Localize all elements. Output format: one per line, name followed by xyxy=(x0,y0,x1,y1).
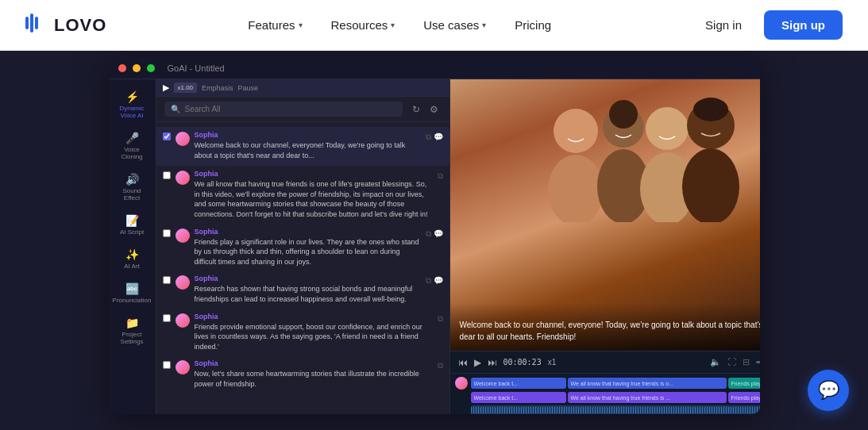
line-actions: ⧉ xyxy=(438,361,443,370)
svg-point-3 xyxy=(554,109,598,153)
chevron-down-icon: ▾ xyxy=(482,21,486,29)
line-actions: ⧉ 💬 xyxy=(426,229,443,239)
pause-button[interactable]: Pause xyxy=(238,84,259,92)
timeline-actions: 🔈 ⛶ ⊟ ✕ xyxy=(710,357,760,367)
nav-features[interactable]: Features ▾ xyxy=(237,12,313,38)
line-text: Research has shown that having strong so… xyxy=(195,284,421,304)
art-icon: ✨ xyxy=(125,248,139,261)
comment-icon[interactable]: 💬 xyxy=(434,132,443,142)
speed-badge[interactable]: x1.00 xyxy=(174,83,198,93)
timeline-forward-button[interactable]: ⏭ xyxy=(488,357,497,368)
script-lines: Sophia Welcome back to our channel, ever… xyxy=(156,122,449,414)
emphasis-button[interactable]: Emphasis xyxy=(202,84,233,92)
sidebar-item-cloning[interactable]: 🎤 Voice Cloning xyxy=(111,127,152,165)
chevron-down-icon: ▾ xyxy=(299,21,303,29)
line-checkbox[interactable] xyxy=(163,361,171,369)
sidebar-item-sound[interactable]: 🔊 Sound Effect xyxy=(111,168,152,206)
speaker-name: Sophia xyxy=(195,228,421,236)
script-line[interactable]: Sophia Friends play a significant role i… xyxy=(156,224,449,271)
comment-icon[interactable]: 💬 xyxy=(434,276,443,286)
volume-icon[interactable]: 🔈 xyxy=(710,357,721,367)
line-actions: ⧉ 💬 xyxy=(426,276,443,286)
script-line-content: Sophia Welcome back to our channel, ever… xyxy=(195,131,421,162)
sidebar-item-art[interactable]: ✨ AI Art xyxy=(111,244,152,275)
timeline-clip[interactable]: We all know that having true friends is … xyxy=(568,378,727,389)
copy-icon[interactable]: ⧉ xyxy=(426,132,431,142)
logo[interactable]: LOVO xyxy=(25,13,106,37)
timeline-speed: x1 xyxy=(548,358,557,367)
timeline-clip-wave[interactable]: We all know that having true friends is … xyxy=(568,392,727,403)
nav-resources[interactable]: Resources ▾ xyxy=(320,12,407,38)
speaker-name: Sophia xyxy=(195,170,433,178)
play-button[interactable]: ▶ xyxy=(163,83,169,93)
script-line[interactable]: Sophia Research has shown that having st… xyxy=(156,271,449,308)
svg-point-11 xyxy=(693,98,728,121)
zoom-icon[interactable]: ⊟ xyxy=(743,357,750,367)
settings-button[interactable]: ⚙ xyxy=(426,102,442,117)
project-icon: 📁 xyxy=(125,317,139,329)
navbar: LOVO Features ▾ Resources ▾ Use cases ▾ … xyxy=(0,0,868,51)
script-line[interactable]: Sophia We all know that having true frie… xyxy=(156,166,449,223)
script-line[interactable]: Sophia Friends provide emotional support… xyxy=(156,309,449,356)
copy-icon[interactable]: ⧉ xyxy=(438,361,443,370)
avatar xyxy=(176,313,190,328)
logo-text: LOVO xyxy=(54,15,106,36)
timeline-track-row-2: Welcome back t... We all know that havin… xyxy=(455,391,760,404)
volume-slider[interactable] xyxy=(756,357,760,367)
copy-icon[interactable]: ⧉ xyxy=(438,171,443,181)
line-checkbox[interactable] xyxy=(163,229,171,237)
script-line[interactable]: Sophia Now, let's share some heartwarmin… xyxy=(156,355,449,393)
refresh-button[interactable]: ↻ xyxy=(409,102,423,117)
video-frame: Welcome back to our channel, everyone! T… xyxy=(450,79,760,351)
copy-icon[interactable]: ⧉ xyxy=(426,276,431,286)
sidebar-item-pronunciation[interactable]: 🔤 Pronunciation xyxy=(111,278,152,309)
line-checkbox[interactable] xyxy=(163,276,171,284)
script-line-content: Sophia Friends provide emotional support… xyxy=(195,313,433,352)
search-input[interactable] xyxy=(185,105,396,113)
svg-point-12 xyxy=(609,100,638,129)
fullscreen-icon[interactable]: ⛶ xyxy=(727,357,736,367)
window-maximize-dot[interactable] xyxy=(147,64,155,72)
line-checkbox[interactable] xyxy=(163,171,171,179)
clip-track: Welcome back t... We all know that havin… xyxy=(471,378,760,389)
sidebar-item-project[interactable]: 📁 Project Settings xyxy=(111,312,152,350)
logo-icon xyxy=(25,13,48,37)
search-box[interactable]: 🔍 xyxy=(164,102,403,117)
copy-icon[interactable]: ⧉ xyxy=(426,229,431,239)
window-close-dot[interactable] xyxy=(118,64,126,72)
editor-window: GoAI - Untitled ⚡ DynamicVoice AI 🎤 Voic… xyxy=(109,57,760,414)
avatar xyxy=(176,275,190,290)
window-minimize-dot[interactable] xyxy=(133,64,141,72)
timeline-rewind-button[interactable]: ⏮ xyxy=(458,357,468,368)
audio-waveform xyxy=(471,405,760,414)
signin-button[interactable]: Sign in xyxy=(692,12,754,38)
line-text: Welcome back to our channel, everyone! T… xyxy=(195,140,421,160)
comment-icon[interactable]: 💬 xyxy=(434,229,443,239)
audio-controls-bar: ▶ x1.00 Emphasis Pause xyxy=(156,79,449,97)
copy-icon[interactable]: ⧉ xyxy=(438,314,443,324)
sidebar-item-script[interactable]: 📝 AI Script xyxy=(111,209,152,240)
timeline-clip[interactable]: Friends play a signific... xyxy=(728,378,760,389)
script-line[interactable]: Sophia Welcome back to our channel, ever… xyxy=(156,127,449,166)
window-title: GoAI - Untitled xyxy=(168,63,225,73)
signup-button[interactable]: Sign up xyxy=(764,10,843,40)
nav-pricing[interactable]: Pricing xyxy=(503,12,562,38)
avatar xyxy=(176,228,190,243)
timeline-play-button[interactable]: ▶ xyxy=(474,357,481,368)
editor-body: ⚡ DynamicVoice AI 🎤 Voice Cloning 🔊 Soun… xyxy=(109,79,760,414)
timeline-clip-wave[interactable]: Friends play a signific... xyxy=(728,392,760,403)
chat-button[interactable]: 💬 xyxy=(808,370,849,411)
svg-point-10 xyxy=(682,148,739,222)
svg-point-7 xyxy=(646,107,689,150)
speaker-name: Sophia xyxy=(195,313,433,321)
voice-ai-icon: ⚡ xyxy=(125,90,139,103)
timeline-clip-wave[interactable]: Welcome back t... xyxy=(471,392,566,403)
nav-usecases[interactable]: Use cases ▾ xyxy=(412,12,497,38)
video-caption: Welcome back to our channel, everyone! T… xyxy=(450,303,760,351)
line-text: We all know that having true friends is … xyxy=(195,179,433,219)
timeline-time: 00:00:23 xyxy=(503,358,542,367)
line-checkbox[interactable] xyxy=(163,314,171,322)
line-checkbox[interactable] xyxy=(163,132,171,140)
timeline-clip[interactable]: Welcome back t... xyxy=(471,378,566,389)
sidebar-item-voice[interactable]: ⚡ DynamicVoice AI xyxy=(111,86,152,124)
